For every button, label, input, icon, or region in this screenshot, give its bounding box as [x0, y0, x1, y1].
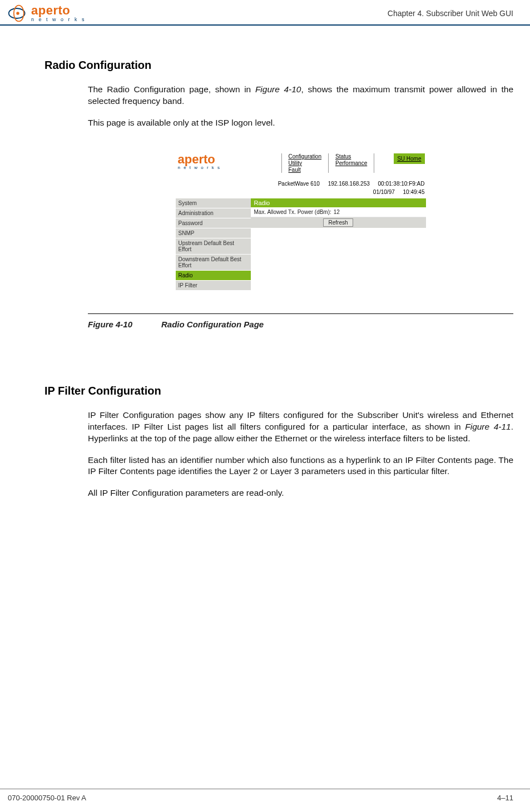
info-time: 10:49:45	[403, 189, 425, 195]
text-segment: IP Filter Configuration pages show any I…	[88, 410, 513, 431]
page-number: 4–11	[497, 794, 513, 802]
ss-nav-col-1: Configuration Utility Fault	[289, 153, 321, 173]
para-radio-1: The Radio Configuration page, shown in F…	[88, 84, 513, 107]
sidebar-item-password[interactable]: Password	[176, 218, 251, 228]
para-radio-2: This page is available only at the ISP l…	[88, 117, 513, 129]
para-ipfilter-2: Each filter listed has an identifier num…	[88, 455, 513, 478]
ss-nav-col-2: Status Performance	[335, 153, 367, 166]
row-value: 12	[334, 209, 340, 215]
sidebar-item-radio[interactable]: Radio	[176, 271, 251, 281]
figure-4-10-caption: Figure 4-10Radio Configuration Page	[88, 320, 513, 329]
sidebar-item-downstream-best-effort[interactable]: Downstream Default Best Effort	[176, 255, 251, 271]
logo-sub-text: n e t w o r k s	[31, 17, 86, 22]
screenshot-radio-config: aperto n e t w o r k s Configuration Uti…	[176, 151, 426, 305]
sidebar-item-upstream-best-effort[interactable]: Upstream Default Best Effort	[176, 238, 251, 255]
info-device: PacketWave 610	[278, 181, 320, 187]
sidebar-item-ip-filter[interactable]: IP Filter	[176, 281, 251, 291]
panel-heading-radio: Radio	[251, 198, 426, 207]
ss-main-panel: Radio Max. Allowed Tx. Power (dBm): 12 R…	[251, 198, 426, 291]
text-segment: The Radio Configuration page, shown in	[88, 84, 255, 94]
refresh-button[interactable]: Refresh	[323, 218, 353, 227]
logo-swirl-icon	[8, 3, 28, 23]
su-home-button[interactable]: SU Home	[394, 153, 424, 164]
row-max-tx-power: Max. Allowed Tx. Power (dBm): 12	[251, 207, 426, 217]
ss-sidebar: System Administration Password SNMP Upst…	[176, 198, 251, 291]
page-footer: 070-20000750-01 Rev A 4–11	[0, 789, 530, 802]
content-area: Radio Configuration The Radio Configurat…	[0, 26, 530, 499]
para-ipfilter-1: IP Filter Configuration pages show any I…	[88, 410, 513, 445]
figure-4-10-container: aperto n e t w o r k s Configuration Uti…	[88, 151, 513, 305]
button-row: Refresh	[251, 217, 426, 228]
sidebar-item-administration[interactable]: Administration	[176, 208, 251, 218]
nav-performance[interactable]: Performance	[335, 160, 367, 166]
nav-utility[interactable]: Utility	[289, 160, 321, 166]
ss-logo-main: aperto	[178, 153, 221, 166]
sidebar-item-system[interactable]: System	[176, 198, 251, 208]
page-header: aperto n e t w o r k s Chapter 4. Subscr…	[0, 0, 530, 26]
info-ip: 192.168.168.253	[328, 181, 370, 187]
sidebar-item-snmp[interactable]: SNMP	[176, 228, 251, 238]
ss-info-rows: PacketWave 610 192.168.168.253 00:01:38:…	[176, 180, 426, 196]
heading-ip-filter-config: IP Filter Configuration	[44, 385, 513, 397]
chapter-label: Chapter 4. Subscriber Unit Web GUI	[388, 9, 513, 18]
figure-rule	[88, 313, 513, 314]
info-mac: 00:01:38:10:F9:AD	[378, 181, 425, 187]
para-ipfilter-3: All IP Filter Configuration parameters a…	[88, 487, 513, 499]
figure-title: Radio Configuration Page	[161, 320, 264, 329]
info-date: 01/10/97	[373, 189, 395, 195]
logo-main-text: aperto	[31, 4, 86, 17]
ss-logo: aperto n e t w o r k s	[176, 151, 281, 173]
heading-radio-config: Radio Configuration	[44, 59, 513, 72]
nav-fault[interactable]: Fault	[289, 167, 321, 173]
figure-ref-4-10: Figure 4-10	[255, 84, 301, 94]
doc-id: 070-20000750-01 Rev A	[8, 794, 86, 802]
logo-block: aperto n e t w o r k s	[6, 3, 86, 23]
nav-configuration[interactable]: Configuration	[289, 153, 321, 160]
svg-point-2	[16, 12, 19, 14]
row-label: Max. Allowed Tx. Power (dBm):	[254, 209, 331, 215]
figure-number: Figure 4-10	[88, 320, 132, 329]
figure-ref-4-11: Figure 4-11	[465, 422, 511, 431]
nav-status[interactable]: Status	[335, 153, 367, 160]
ss-logo-sub: n e t w o r k s	[178, 166, 221, 170]
